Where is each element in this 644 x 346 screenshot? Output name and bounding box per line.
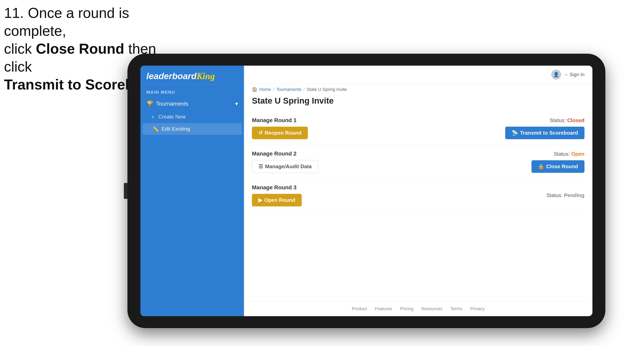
- round-2-section: Manage Round 2 ☰ Manage/Audit Data Statu…: [252, 145, 584, 179]
- round-3-right: Status: Pending: [546, 192, 584, 198]
- close-round-label: Close Round: [546, 164, 578, 170]
- status-label-3: Status:: [546, 192, 562, 198]
- sidebar-menu-label: MAIN MENU: [140, 85, 244, 97]
- round-3-status: Status: Pending: [546, 192, 584, 198]
- sidebar-item-create-new[interactable]: ＋ Create New: [140, 111, 244, 123]
- open-round-label: Open Round: [264, 197, 295, 203]
- footer-pricing[interactable]: Pricing: [400, 306, 414, 311]
- round-2-right: Status: Open 🔒 Close Round: [532, 151, 584, 173]
- round-2-title: Manage Round 2: [252, 151, 318, 157]
- breadcrumb: 🏠 Home / Tournaments / State U Spring In…: [244, 84, 592, 94]
- breadcrumb-tournaments-link[interactable]: Tournaments: [276, 87, 302, 92]
- instruction-close-round: Close Round: [36, 41, 124, 57]
- transmit-label: Transmit to Scoreboard: [520, 130, 578, 136]
- footer-features[interactable]: Features: [375, 306, 392, 311]
- transmit-to-scoreboard-button[interactable]: 📡 Transmit to Scoreboard: [505, 127, 584, 139]
- tablet-device: leaderboardKing MAIN MENU 🏆 Tournaments …: [128, 54, 605, 328]
- round-1-status: Status: Closed: [550, 117, 584, 124]
- reopen-round-button[interactable]: ↺ Reopen Round: [252, 127, 308, 139]
- round-1-section: Manage Round 1 ↺ Reopen Round Status: Cl…: [252, 112, 584, 145]
- sign-in-area[interactable]: 👤 → Sign In: [551, 70, 584, 80]
- round-3-status-value: Pending: [564, 192, 584, 198]
- audit-icon: ☰: [258, 164, 263, 170]
- footer-resources[interactable]: Resources: [421, 306, 442, 311]
- round-1-status-value: Closed: [567, 117, 584, 123]
- page-body: State U Spring Invite Manage Round 1 ↺ R…: [244, 94, 592, 301]
- edit-icon: ✏️: [152, 126, 159, 132]
- page-title: State U Spring Invite: [252, 96, 584, 106]
- manage-audit-label: Manage/Audit Data: [265, 164, 312, 170]
- breadcrumb-sep2: /: [304, 87, 305, 92]
- trophy-icon: 🏆: [146, 100, 153, 107]
- sidebar: leaderboardKing MAIN MENU 🏆 Tournaments …: [140, 66, 244, 316]
- round-3-section: Manage Round 3 ▶ Open Round Status: Pend…: [252, 179, 584, 212]
- round-2-status: Status: Open: [554, 151, 584, 157]
- footer-privacy[interactable]: Privacy: [470, 306, 484, 311]
- main-content: 👤 → Sign In 🏠 Home / Tournaments / State…: [244, 66, 592, 316]
- sidebar-item-tournaments[interactable]: 🏆 Tournaments ▾: [140, 97, 244, 111]
- breadcrumb-home-icon: 🏠: [252, 87, 257, 92]
- logo-text: leaderboardKing: [146, 72, 238, 81]
- status-label-2: Status:: [554, 151, 570, 157]
- round-3-title: Manage Round 3: [252, 184, 302, 191]
- instruction-line1: 11. Once a round is complete,: [4, 5, 129, 39]
- round-2-status-value: Open: [571, 151, 584, 157]
- transmit-icon: 📡: [512, 130, 518, 136]
- manage-audit-button[interactable]: ☰ Manage/Audit Data: [252, 160, 318, 173]
- tablet-side-button: [124, 183, 128, 199]
- close-round-button[interactable]: 🔒 Close Round: [532, 160, 584, 173]
- round-1-left: Manage Round 1 ↺ Reopen Round: [252, 117, 308, 139]
- tablet-screen: leaderboardKing MAIN MENU 🏆 Tournaments …: [140, 66, 592, 316]
- footer-terms[interactable]: Terms: [450, 306, 462, 311]
- footer: Product Features Pricing Resources Terms…: [244, 301, 592, 316]
- sidebar-nav: 🏆 Tournaments ▾ ＋ Create New ✏️ Edit Exi…: [140, 97, 244, 135]
- chevron-down-icon: ▾: [235, 100, 238, 107]
- open-icon: ▶: [258, 197, 262, 203]
- breadcrumb-current: State U Spring Invite: [307, 87, 347, 92]
- lock-icon: 🔒: [538, 164, 544, 170]
- plus-icon: ＋: [150, 113, 156, 120]
- create-new-label: Create New: [158, 114, 186, 120]
- reopen-icon: ↺: [258, 130, 263, 136]
- round-1-title: Manage Round 1: [252, 117, 308, 124]
- logo-king: King: [196, 71, 215, 81]
- app-layout: leaderboardKing MAIN MENU 🏆 Tournaments …: [140, 66, 592, 316]
- sidebar-item-edit-existing[interactable]: ✏️ Edit Existing: [142, 123, 242, 135]
- edit-existing-label: Edit Existing: [162, 126, 190, 132]
- reopen-round-label: Reopen Round: [265, 130, 302, 136]
- top-nav: 👤 → Sign In: [244, 66, 592, 84]
- round-3-left: Manage Round 3 ▶ Open Round: [252, 184, 302, 206]
- status-label-1: Status:: [550, 117, 566, 123]
- avatar: 👤: [551, 70, 561, 80]
- tournaments-nav-label: Tournaments: [156, 101, 188, 107]
- breadcrumb-home-link[interactable]: Home: [259, 87, 271, 92]
- round-2-left: Manage Round 2 ☰ Manage/Audit Data: [252, 151, 318, 173]
- open-round-button[interactable]: ▶ Open Round: [252, 194, 302, 206]
- sign-in-label: → Sign In: [564, 72, 584, 77]
- round-1-right: Status: Closed 📡 Transmit to Scoreboard: [505, 117, 584, 139]
- footer-product[interactable]: Product: [352, 306, 367, 311]
- breadcrumb-sep1: /: [273, 87, 274, 92]
- sidebar-logo-area: leaderboardKing: [140, 66, 244, 85]
